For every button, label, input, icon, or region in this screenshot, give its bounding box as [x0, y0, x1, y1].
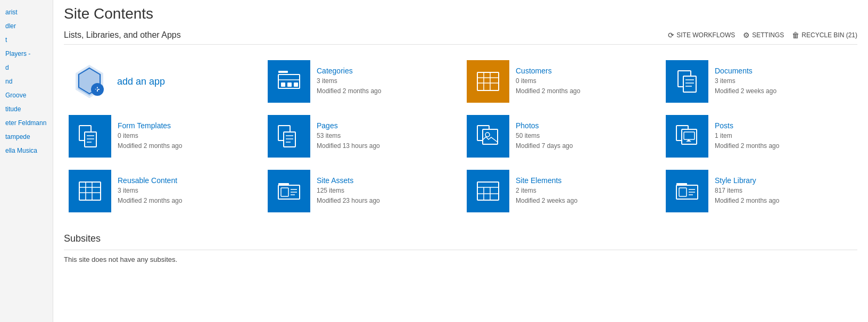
site-elements-icon: [467, 170, 509, 212]
sidebar-item-8[interactable]: eter Feldmann: [0, 116, 53, 130]
svg-rect-11: [477, 72, 499, 90]
app-meta-documents: 3 items Modified 2 weeks ago: [715, 76, 853, 96]
app-meta-site-assets: 125 items Modified 23 hours ago: [317, 186, 454, 206]
app-name-form-templates[interactable]: Form Templates: [118, 121, 255, 130]
svg-rect-32: [483, 129, 498, 144]
site-assets-icon: [268, 170, 310, 212]
add-app-icon: +: [68, 60, 111, 103]
app-meta-form-templates: 0 items Modified 2 months ago: [118, 131, 255, 151]
sidebar-item-6[interactable]: Groove: [0, 88, 53, 102]
page-layout: arist dler t Players - d nd Groove titud…: [0, 0, 868, 322]
svg-rect-10: [294, 82, 298, 87]
app-meta-photos: 50 items Modified 7 days ago: [516, 131, 654, 151]
app-name-photos[interactable]: Photos: [516, 121, 654, 130]
subsites-section: Subsites This site does not have any sub…: [64, 233, 857, 263]
sidebar-item-4[interactable]: d: [0, 61, 53, 75]
svg-rect-49: [477, 182, 499, 200]
main-content: Site Contents Lists, Libraries, and othe…: [53, 0, 868, 322]
sidebar-item-10[interactable]: ella Musica: [0, 144, 53, 158]
workflows-icon: ⟳: [668, 31, 674, 39]
header-actions: ⟳ SITE WORKFLOWS ⚙ SETTINGS 🗑 RECYCLE BI…: [668, 31, 857, 39]
app-item-reusable[interactable]: Reusable Content 3 items Modified 2 mont…: [64, 165, 260, 217]
app-info-pages: Pages 53 items Modified 13 hours ago: [317, 121, 454, 151]
subsites-divider: [64, 250, 857, 250]
settings-button[interactable]: ⚙ SETTINGS: [743, 31, 784, 39]
sidebar-item-2[interactable]: t: [0, 33, 53, 47]
app-info-customers: Customers 0 items Modified 2 months ago: [516, 67, 654, 96]
app-name-customers[interactable]: Customers: [516, 67, 654, 75]
section-header: Lists, Libraries, and other Apps ⟳ SITE …: [64, 30, 857, 45]
app-info-posts: Posts 1 item Modified 2 months ago: [715, 121, 853, 151]
sidebar-item-3[interactable]: Players -: [0, 47, 53, 61]
subsites-empty-message: This site does not have any subsites.: [64, 255, 857, 263]
add-app-item[interactable]: + add an app: [64, 55, 260, 108]
documents-icon: [666, 60, 708, 103]
app-name-documents[interactable]: Documents: [715, 67, 853, 75]
app-item-categories[interactable]: Categories 3 items Modified 2 months ago: [263, 55, 459, 108]
app-name-reusable[interactable]: Reusable Content: [118, 176, 255, 185]
app-name-style-library[interactable]: Style Library: [715, 176, 853, 185]
photos-icon: [467, 115, 509, 158]
settings-label: SETTINGS: [752, 31, 784, 39]
sidebar-item-9[interactable]: tampede: [0, 130, 53, 144]
recycle-bin-button[interactable]: 🗑 RECYCLE BIN (21): [792, 31, 857, 39]
app-item-customers[interactable]: Customers 0 items Modified 2 months ago: [462, 55, 658, 108]
app-item-site-assets[interactable]: Site Assets 125 items Modified 23 hours …: [263, 165, 459, 217]
app-meta-site-elements: 2 items Modified 2 weeks ago: [516, 186, 654, 206]
app-info-photos: Photos 50 items Modified 7 days ago: [516, 121, 654, 151]
app-info-form-templates: Form Templates 0 items Modified 2 months…: [118, 121, 255, 151]
svg-rect-27: [284, 132, 295, 147]
app-info-site-assets: Site Assets 125 items Modified 23 hours …: [317, 176, 454, 206]
app-item-pages[interactable]: Pages 53 items Modified 13 hours ago: [263, 110, 459, 162]
app-item-photos[interactable]: Photos 50 items Modified 7 days ago: [462, 110, 658, 162]
app-item-posts[interactable]: Posts 1 item Modified 2 months ago: [661, 110, 857, 162]
gear-icon: ⚙: [743, 31, 750, 39]
app-item-form-templates[interactable]: Form Templates 0 items Modified 2 months…: [64, 110, 260, 162]
sidebar-item-5[interactable]: nd: [0, 75, 53, 88]
svg-rect-56: [679, 188, 687, 196]
svg-rect-5: [278, 71, 288, 73]
subsites-title: Subsites: [64, 233, 857, 244]
sidebar: arist dler t Players - d nd Groove titud…: [0, 0, 53, 322]
app-name-pages[interactable]: Pages: [317, 121, 454, 130]
app-meta-categories: 3 items Modified 2 months ago: [317, 76, 454, 96]
sidebar-item-0[interactable]: arist: [0, 5, 53, 19]
app-meta-customers: 0 items Modified 2 months ago: [516, 76, 654, 96]
sidebar-item-7[interactable]: titude: [0, 102, 53, 116]
svg-rect-8: [281, 82, 285, 87]
svg-rect-45: [281, 188, 288, 196]
customers-icon: [467, 60, 509, 103]
apps-grid: + add an app: [64, 55, 857, 217]
app-item-documents[interactable]: Documents 3 items Modified 2 weeks ago: [661, 55, 857, 108]
posts-icon: [666, 115, 708, 158]
site-workflows-button[interactable]: ⟳ SITE WORKFLOWS: [668, 31, 735, 39]
app-name-posts[interactable]: Posts: [715, 121, 853, 130]
recycle-bin-icon: 🗑: [792, 31, 799, 39]
recycle-bin-label: RECYCLE BIN (21): [801, 31, 857, 39]
app-item-style-library[interactable]: Style Library 817 items Modified 2 month…: [661, 165, 857, 217]
page-title: Site Contents: [64, 5, 857, 22]
app-meta-style-library: 817 items Modified 2 months ago: [715, 186, 853, 206]
svg-rect-17: [683, 76, 696, 92]
app-meta-reusable: 3 items Modified 2 months ago: [118, 186, 255, 206]
app-info-documents: Documents 3 items Modified 2 weeks ago: [715, 67, 853, 96]
app-item-site-elements[interactable]: Site Elements 2 items Modified 2 weeks a…: [462, 165, 658, 217]
form-templates-icon: [69, 115, 111, 158]
app-meta-pages: 53 items Modified 13 hours ago: [317, 131, 454, 151]
site-workflows-label: SITE WORKFLOWS: [676, 31, 735, 39]
app-name-site-assets[interactable]: Site Assets: [317, 176, 454, 185]
app-info-categories: Categories 3 items Modified 2 months ago: [317, 67, 454, 96]
section-title: Lists, Libraries, and other Apps: [64, 30, 181, 40]
svg-rect-9: [287, 82, 292, 87]
app-info-site-elements: Site Elements 2 items Modified 2 weeks a…: [516, 176, 654, 206]
sidebar-item-1[interactable]: dler: [0, 19, 53, 33]
app-name-site-elements[interactable]: Site Elements: [516, 176, 654, 185]
pages-icon: [268, 115, 310, 158]
reusable-content-icon: [69, 170, 111, 212]
app-meta-posts: 1 item Modified 2 months ago: [715, 131, 853, 151]
svg-rect-38: [79, 182, 101, 200]
style-library-icon: [666, 170, 708, 212]
app-name-categories[interactable]: Categories: [317, 67, 454, 75]
app-info-style-library: Style Library 817 items Modified 2 month…: [715, 176, 853, 206]
svg-rect-22: [85, 132, 96, 147]
